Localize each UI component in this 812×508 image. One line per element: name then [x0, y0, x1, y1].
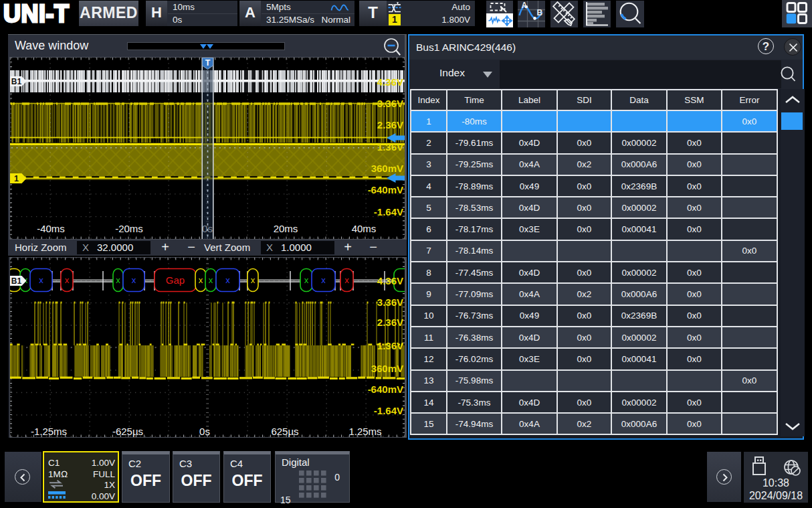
svg-text:-640mV: -640mV [368, 184, 403, 195]
svg-text:360mV: 360mV [371, 363, 403, 374]
svg-text:x: x [321, 275, 326, 285]
svg-text:360mV: 360mV [371, 163, 403, 174]
svg-text:Gap: Gap [166, 274, 185, 286]
svg-text:-40ms: -40ms [37, 223, 65, 234]
svg-text:1.36V: 1.36V [377, 340, 403, 351]
svg-text:-1.64V: -1.64V [374, 405, 403, 416]
svg-text:2.36V: 2.36V [377, 119, 403, 131]
svg-text:x: x [304, 275, 309, 285]
svg-text:x: x [39, 275, 43, 285]
svg-text:3.36V: 3.36V [377, 297, 403, 308]
svg-text:B1: B1 [11, 77, 22, 86]
svg-text:-640mV: -640mV [368, 384, 403, 395]
svg-text:0s: 0s [199, 426, 210, 437]
svg-text:x: x [344, 275, 349, 285]
svg-text:4.36V: 4.36V [377, 76, 403, 88]
svg-text:x: x [65, 275, 70, 285]
svg-text:x: x [225, 275, 230, 285]
svg-text:B: B [537, 8, 543, 17]
svg-text:x: x [199, 275, 203, 285]
svg-text:A: A [522, 1, 528, 10]
svg-text:1: 1 [14, 174, 19, 183]
svg-text:B1: B1 [11, 276, 22, 286]
svg-text:1.25ms: 1.25ms [348, 426, 381, 437]
svg-text:-20ms: -20ms [115, 223, 143, 234]
svg-text:625µs: 625µs [271, 426, 298, 437]
svg-text:4.36V: 4.36V [377, 275, 403, 286]
svg-text:x: x [132, 275, 136, 285]
svg-text:40ms: 40ms [352, 223, 377, 234]
svg-text:-1.25ms: -1.25ms [31, 426, 67, 437]
svg-text:x: x [209, 275, 213, 285]
svg-text:x: x [251, 275, 256, 285]
svg-text:-625µs: -625µs [112, 426, 143, 437]
svg-text:1.36V: 1.36V [377, 141, 403, 153]
svg-text:3.36V: 3.36V [377, 98, 403, 109]
svg-text:T: T [205, 58, 211, 68]
svg-text:20ms: 20ms [274, 223, 298, 234]
svg-text:x: x [116, 275, 120, 285]
svg-text:2.36V: 2.36V [377, 317, 403, 328]
svg-text:-1.64V: -1.64V [374, 206, 403, 218]
